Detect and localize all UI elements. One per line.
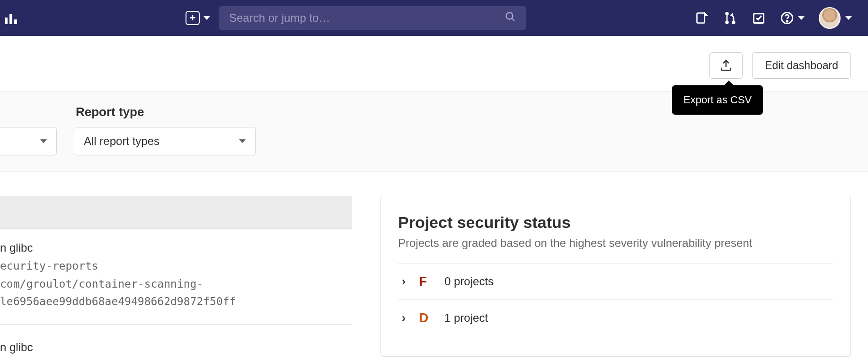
top-nav-center: + Search or jump to… [27, 6, 685, 30]
edit-dashboard-button[interactable]: Edit dashboard [752, 52, 851, 79]
top-nav-right [695, 7, 860, 29]
svg-rect-2 [697, 13, 705, 23]
issues-icon[interactable] [695, 11, 709, 25]
merge-requests-icon[interactable] [723, 11, 737, 25]
avatar [819, 7, 841, 29]
grade-count: 0 projects [444, 275, 494, 288]
grade-row-f[interactable]: › F 0 projects [398, 263, 833, 299]
vulnerability-path-fragment: com/groulot/container-scanning- [0, 275, 343, 293]
chevron-down-icon [845, 16, 852, 20]
svg-point-5 [733, 21, 735, 24]
top-nav-bar: + Search or jump to… [0, 0, 868, 36]
chevron-down-icon [204, 16, 210, 20]
svg-point-3 [726, 12, 728, 15]
chevron-right-icon: › [402, 275, 406, 288]
vulnerabilities-panel-header [0, 196, 352, 229]
panel-subtitle: Projects are graded based on the highest… [398, 236, 833, 250]
chevron-down-icon [239, 139, 246, 143]
project-security-status-panel: Project security status Projects are gra… [381, 196, 851, 357]
search-icon [505, 11, 516, 25]
svg-point-0 [506, 13, 513, 19]
chevron-down-icon [40, 139, 47, 143]
panel-title: Project security status [398, 213, 833, 232]
dashboard-action-bar: Edit dashboard [0, 36, 868, 91]
user-menu[interactable] [819, 7, 852, 29]
vulnerability-item[interactable]: n glibc [0, 324, 352, 357]
report-type-select[interactable]: All report types [74, 127, 256, 155]
filter-select-partial[interactable] [0, 127, 57, 155]
export-csv-button[interactable] [709, 52, 743, 79]
top-nav-left [8, 12, 17, 24]
svg-point-8 [787, 21, 788, 22]
vulnerability-item[interactable]: n glibc ecurity-reports com/groulot/cont… [0, 238, 352, 311]
report-type-value: All report types [84, 135, 159, 148]
vulnerability-title: n glibc [0, 238, 343, 257]
vulnerabilities-panel: n glibc ecurity-reports com/groulot/cont… [0, 196, 352, 357]
grade-row-d[interactable]: › D 1 project [398, 299, 833, 336]
export-tooltip: Export as CSV [672, 85, 763, 115]
todos-icon[interactable] [752, 11, 766, 25]
create-new-button[interactable]: + [186, 11, 210, 25]
grade-count: 1 project [444, 311, 488, 325]
grade-letter: F [419, 274, 431, 289]
edit-dashboard-label: Edit dashboard [765, 59, 838, 72]
vulnerability-path-fragment: le6956aee99ddb68ae49498662d9872f50ff [0, 293, 343, 311]
help-dropdown[interactable] [780, 11, 805, 25]
help-icon [780, 11, 794, 25]
global-search-input[interactable]: Search or jump to… [219, 6, 526, 30]
search-placeholder: Search or jump to… [229, 11, 330, 25]
plus-icon: + [186, 11, 200, 25]
chevron-down-icon [798, 16, 805, 20]
svg-point-4 [726, 21, 728, 24]
chart-logo-icon[interactable] [5, 12, 17, 24]
export-tooltip-label: Export as CSV [683, 94, 752, 106]
vulnerability-path-fragment: ecurity-reports [0, 257, 343, 275]
grade-letter: D [419, 310, 431, 326]
main-content: n glibc ecurity-reports com/groulot/cont… [0, 172, 868, 357]
svg-line-1 [512, 18, 514, 21]
chevron-right-icon: › [402, 311, 406, 325]
vulnerability-title: n glibc [0, 338, 343, 357]
